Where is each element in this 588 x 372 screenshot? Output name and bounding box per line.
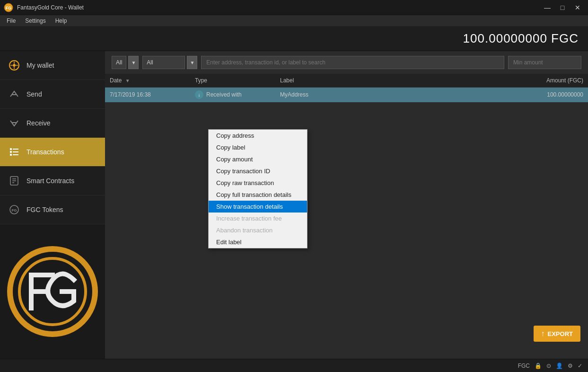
sidebar-label-my-wallet: My wallet bbox=[26, 62, 54, 69]
settings-icon: ⚙ bbox=[568, 363, 573, 369]
titlebar-left: FG FantasyGold Core - Wallet bbox=[4, 3, 84, 12]
sidebar-big-logo-icon bbox=[5, 244, 100, 339]
sidebar-label-send: Send bbox=[26, 90, 42, 98]
status-filter-select[interactable]: All bbox=[142, 56, 185, 69]
sidebar-label-transactions: Transactions bbox=[26, 148, 64, 156]
search-input[interactable] bbox=[201, 56, 504, 69]
sidebar-item-my-wallet[interactable]: My wallet bbox=[0, 51, 105, 80]
lock-icon: 🔒 bbox=[535, 363, 542, 369]
sidebar-item-receive[interactable]: Receive bbox=[0, 109, 105, 138]
ctx-item-increase-transaction-fee: Increase transaction fee bbox=[209, 213, 307, 224]
titlebar: FG FantasyGold Core - Wallet — □ ✕ bbox=[0, 0, 588, 15]
sidebar-logo-area bbox=[0, 224, 105, 359]
filters-row: All ▼ All ▼ bbox=[105, 51, 588, 74]
window-title: FantasyGold Core - Wallet bbox=[17, 4, 84, 11]
label-column-header[interactable]: Label bbox=[275, 74, 416, 87]
sidebar: My wallet Send Receive bbox=[0, 51, 105, 359]
menubar: File Settings Help bbox=[0, 15, 588, 27]
currency-label: FGC bbox=[518, 363, 530, 369]
menu-file[interactable]: File bbox=[2, 17, 20, 25]
balance-bar: 100.00000000 FGC bbox=[0, 27, 588, 51]
svg-rect-4 bbox=[10, 151, 12, 153]
type-column-header[interactable]: Type bbox=[190, 74, 275, 87]
label-cell: MyAddress bbox=[275, 87, 416, 102]
date-column-header[interactable]: Date ▼ bbox=[105, 74, 190, 87]
transaction-table-body: 7/17/2019 16:38 ↓Received with MyAddress… bbox=[105, 87, 588, 102]
send-icon bbox=[8, 88, 21, 101]
check-icon: ✓ bbox=[578, 363, 582, 369]
ctx-item-copy-amount[interactable]: Copy amount bbox=[209, 153, 307, 165]
export-icon: ↑ bbox=[541, 329, 545, 338]
ctx-item-show-transaction-details[interactable]: Show transaction details bbox=[209, 201, 307, 213]
status-filter-wrapper: All ▼ bbox=[142, 56, 197, 69]
context-menu: Copy addressCopy labelCopy amountCopy tr… bbox=[208, 129, 307, 248]
ctx-item-copy-label[interactable]: Copy label bbox=[209, 142, 307, 153]
window-controls: — □ ✕ bbox=[541, 3, 584, 12]
min-amount-input[interactable] bbox=[508, 56, 581, 69]
type-cell: ↓Received with bbox=[190, 87, 275, 102]
smart-contracts-icon bbox=[8, 174, 21, 187]
ctx-item-copy-address[interactable]: Copy address bbox=[209, 130, 307, 142]
sidebar-item-send[interactable]: Send bbox=[0, 80, 105, 109]
app-logo-icon: FG bbox=[4, 3, 13, 12]
statusbar: FGC 🔒 ⊙ 👤 ⚙ ✓ bbox=[0, 359, 588, 372]
tx-type-icon: ↓ bbox=[195, 90, 203, 99]
transaction-table-container: Date ▼ Type Label Amount (FGC) bbox=[105, 74, 588, 359]
close-button[interactable]: ✕ bbox=[571, 3, 584, 12]
amount-column-header[interactable]: Amount (FGC) bbox=[416, 74, 588, 87]
person-icon: 👤 bbox=[556, 363, 563, 369]
type-filter-arrow[interactable]: ▼ bbox=[128, 56, 139, 69]
table-header-row: Date ▼ Type Label Amount (FGC) bbox=[105, 74, 588, 87]
ctx-item-copy-full-transaction-details[interactable]: Copy full transaction details bbox=[209, 189, 307, 201]
export-label: EXPORT bbox=[548, 330, 573, 337]
svg-point-15 bbox=[10, 249, 95, 334]
type-filter-select[interactable]: All bbox=[112, 56, 126, 69]
type-filter-wrapper: All ▼ bbox=[112, 56, 139, 69]
ctx-item-abandon-transaction: Abandon transaction bbox=[209, 224, 307, 236]
sidebar-item-smart-contracts[interactable]: Smart Contracts bbox=[0, 167, 105, 195]
maximize-button[interactable]: □ bbox=[556, 3, 569, 12]
sidebar-item-fgc-tokens[interactable]: FG FGC Tokens bbox=[0, 195, 105, 224]
type-filter-value: All bbox=[116, 59, 122, 66]
minimize-button[interactable]: — bbox=[541, 3, 554, 12]
table-row[interactable]: 7/17/2019 16:38 ↓Received with MyAddress… bbox=[105, 87, 588, 102]
sidebar-label-fgc-tokens: FGC Tokens bbox=[26, 206, 63, 213]
menu-settings[interactable]: Settings bbox=[20, 17, 50, 25]
sync-icon: ⊙ bbox=[546, 363, 551, 369]
amount-cell: 100.00000000 bbox=[416, 87, 588, 102]
ctx-item-edit-label[interactable]: Edit label bbox=[209, 236, 307, 248]
sidebar-label-smart-contracts: Smart Contracts bbox=[26, 177, 74, 185]
content-area: All ▼ All ▼ Date ▼ bbox=[105, 51, 588, 359]
main-layout: My wallet Send Receive bbox=[0, 51, 588, 359]
svg-text:FG: FG bbox=[11, 208, 17, 213]
export-button[interactable]: ↑ EXPORT bbox=[534, 326, 580, 342]
status-filter-arrow[interactable]: ▼ bbox=[187, 56, 197, 69]
date-sort-icon: ▼ bbox=[125, 78, 130, 83]
sidebar-item-transactions[interactable]: Transactions bbox=[0, 138, 105, 167]
sidebar-label-receive: Receive bbox=[26, 119, 51, 127]
date-cell: 7/17/2019 16:38 bbox=[105, 87, 190, 102]
fgc-tokens-icon: FG bbox=[8, 203, 21, 216]
balance-amount: 100.00000000 FGC bbox=[463, 31, 579, 46]
menu-help[interactable]: Help bbox=[51, 17, 72, 25]
ctx-item-copy-transaction-id[interactable]: Copy transaction ID bbox=[209, 165, 307, 177]
receive-icon bbox=[8, 116, 21, 130]
svg-rect-3 bbox=[10, 148, 12, 150]
ctx-item-copy-raw-transaction[interactable]: Copy raw transaction bbox=[209, 177, 307, 189]
transaction-table: Date ▼ Type Label Amount (FGC) bbox=[105, 74, 588, 102]
svg-rect-5 bbox=[10, 154, 12, 156]
status-filter-value: All bbox=[147, 59, 153, 66]
wallet-icon bbox=[8, 59, 21, 72]
transactions-icon bbox=[8, 145, 21, 159]
svg-text:FG: FG bbox=[6, 6, 12, 10]
